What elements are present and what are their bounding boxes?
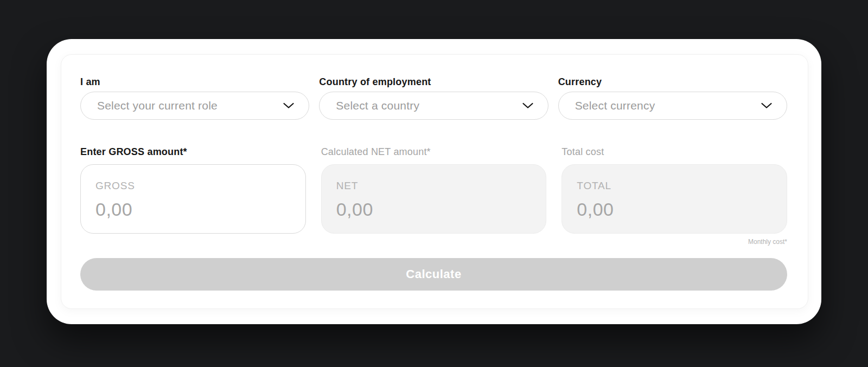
total-cost-value: 0,00 <box>577 199 771 220</box>
calculate-button[interactable]: Calculate <box>80 258 787 291</box>
role-label: I am <box>80 76 309 87</box>
gross-label: Enter GROSS amount* <box>80 146 306 157</box>
gross-amount-input[interactable]: GROSS 0,00 <box>80 164 306 234</box>
page-background: I am Select your current role Country of… <box>0 0 868 367</box>
chevron-down-icon <box>761 102 773 109</box>
net-label: Calculated NET amount* <box>321 146 547 157</box>
total-cost-output: TOTAL 0,00 <box>561 164 787 234</box>
total-label: Total cost <box>561 146 787 157</box>
role-select[interactable]: Select your current role <box>80 92 309 120</box>
chevron-down-icon <box>283 102 295 109</box>
net-amount-value: 0,00 <box>336 199 531 220</box>
calculator-card: I am Select your current role Country of… <box>47 39 821 324</box>
field-role: I am Select your current role <box>80 76 309 120</box>
field-gross: Enter GROSS amount* GROSS 0,00 <box>80 146 306 234</box>
gross-amount-value: 0,00 <box>95 199 290 220</box>
total-field-title: TOTAL <box>577 180 771 192</box>
currency-label: Currency <box>558 76 787 87</box>
amounts-row: Enter GROSS amount* GROSS 0,00 Calculate… <box>80 146 787 234</box>
monthly-cost-note: Monthly cost* <box>80 238 787 246</box>
role-select-placeholder: Select your current role <box>97 99 218 112</box>
field-net: Calculated NET amount* NET 0,00 <box>321 146 547 234</box>
currency-select-placeholder: Select currency <box>575 99 655 112</box>
net-field-title: NET <box>336 180 531 192</box>
net-amount-output: NET 0,00 <box>321 164 547 234</box>
chevron-down-icon <box>522 102 534 109</box>
gross-field-title: GROSS <box>95 180 290 192</box>
selects-row: I am Select your current role Country of… <box>80 76 787 120</box>
calculator-panel: I am Select your current role Country of… <box>61 54 808 309</box>
country-select[interactable]: Select a country <box>319 92 548 120</box>
field-currency: Currency Select currency <box>558 76 787 120</box>
currency-select[interactable]: Select currency <box>558 92 787 120</box>
field-total: Total cost TOTAL 0,00 <box>561 146 787 234</box>
field-country: Country of employment Select a country <box>319 76 548 120</box>
country-select-placeholder: Select a country <box>336 99 419 112</box>
country-label: Country of employment <box>319 76 548 87</box>
